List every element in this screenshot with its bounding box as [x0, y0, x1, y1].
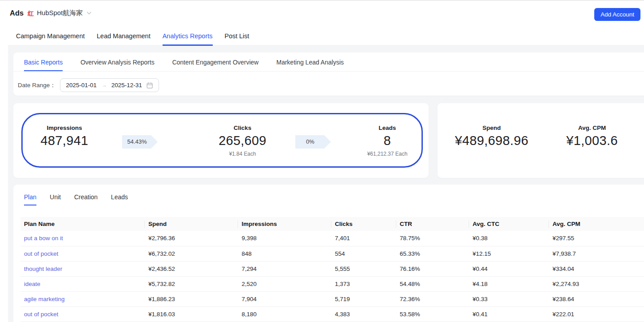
cell-avg-ctc: ¥0.41 — [469, 306, 549, 322]
conversion-rate-chip: 54.43% — [122, 135, 158, 149]
arrow-right-icon: → — [101, 82, 107, 89]
cell-impressions: 9,398 — [238, 231, 331, 246]
report-filters-card: Basic Reports Overview Analysis Reports … — [13, 52, 644, 96]
date-range-picker[interactable]: 2025-01-01 → 2025-12-31 — [60, 78, 159, 92]
cell-impressions: 7,904 — [238, 291, 331, 306]
table-tabs: Plan Unit Creation Leads — [24, 193, 644, 205]
chevron-down-icon — [87, 12, 91, 15]
cell-avg-cpm: ¥334.04 — [549, 261, 644, 276]
top-bar: Ads 红 HubSpot航海家 Add Account Campaign Ma… — [0, 1, 644, 45]
subtab-basic-reports[interactable]: Basic Reports — [24, 58, 63, 71]
red-platform-icon: 红 — [28, 9, 34, 17]
metric-label: Impressions — [27, 125, 102, 131]
cell-avg-ctc: ¥12.15 — [469, 246, 549, 261]
metric-label: Leads — [352, 125, 423, 131]
metric-value: ¥1,003.6 — [548, 133, 636, 148]
cell-avg-cpm: ¥222.01 — [549, 306, 644, 322]
plan-name-link[interactable]: out of pocket — [24, 250, 58, 257]
cell-spend: ¥2,796.36 — [145, 231, 238, 246]
plans-table-card: Plan Unit Creation Leads Plan Name Spend… — [13, 185, 644, 322]
cell-ctr: 72.36% — [396, 291, 469, 306]
table-tab-plan[interactable]: Plan — [24, 193, 36, 205]
content-area: Basic Reports Overview Analysis Reports … — [8, 45, 644, 322]
table-row: out of pocket ¥6,732.02 848 554 65.33% ¥… — [20, 246, 644, 261]
column-header-avg-cpm: Avg. CPM — [549, 217, 644, 231]
table-tab-unit[interactable]: Unit — [50, 193, 61, 205]
cell-avg-cpm: ¥238.64 — [549, 291, 644, 306]
tab-lead-management[interactable]: Lead Management — [97, 32, 151, 46]
metric-label: Spend — [447, 125, 536, 131]
table-header-row: Plan Name Spend Impressions Clicks CTR A… — [20, 217, 644, 231]
table-row: thought leader ¥2,436.52 7,294 5,555 76.… — [20, 261, 644, 276]
metric-value: 8 — [352, 133, 423, 148]
subtab-marketing-lead-analysis[interactable]: Marketing Lead Analysis — [276, 58, 344, 71]
plans-table: Plan Name Spend Impressions Clicks CTR A… — [20, 217, 644, 322]
column-header-spend: Spend — [145, 217, 238, 231]
metric-value: ¥489,698.96 — [447, 133, 536, 148]
main-tabs: Campaign Management Lead Management Anal… — [16, 32, 644, 46]
table-row: ideate ¥5,732.82 2,520 1,373 54.48% ¥4.1… — [20, 276, 644, 291]
summary-metrics-card: Spend ¥489,698.96 Avg. CPM ¥1,003.6 — [437, 103, 644, 178]
metric-clicks: Clicks 265,609 ¥1.84 Each — [205, 125, 280, 157]
account-name: HubSpot航海家 — [37, 9, 83, 17]
funnel-metrics-card: Impressions 487,941 54.43% Clicks 265,60… — [13, 103, 429, 178]
cell-impressions: 848 — [238, 246, 331, 261]
plan-name-link[interactable]: thought leader — [24, 266, 62, 272]
metric-value: 265,609 — [205, 133, 280, 148]
cell-clicks: 5,719 — [331, 291, 396, 306]
plan-name-link[interactable]: out of pocket — [24, 311, 58, 318]
table-tab-leads[interactable]: Leads — [111, 193, 128, 205]
metric-label: Avg. CPM — [548, 125, 636, 131]
cell-spend: ¥2,436.52 — [145, 261, 238, 276]
metric-value: 487,941 — [27, 133, 102, 148]
cell-clicks: 1,373 — [331, 276, 396, 291]
calendar-icon[interactable] — [147, 82, 153, 89]
metric-avg-cpm: Avg. CPM ¥1,003.6 — [548, 125, 636, 148]
plan-name-link[interactable]: agile marketing — [24, 296, 65, 302]
cell-clicks: 4,383 — [331, 306, 396, 322]
column-header-ctr: CTR — [396, 217, 469, 231]
end-date-value[interactable]: 2025-12-31 — [111, 82, 142, 89]
tab-analytics-reports[interactable]: Analytics Reports — [163, 32, 213, 46]
table-row: out of pocket ¥1,816.03 8,180 4,383 53.5… — [20, 306, 644, 322]
cell-impressions: 8,180 — [238, 306, 331, 322]
cell-avg-cpm: ¥7,938.7 — [549, 246, 644, 261]
cell-avg-ctc: ¥4.18 — [469, 276, 549, 291]
table-row: agile marketing ¥1,886.23 7,904 5,719 72… — [20, 291, 644, 306]
metric-label: Clicks — [205, 125, 280, 131]
table-row: put a bow on it ¥2,796.36 9,398 7,401 78… — [20, 231, 644, 246]
column-header-clicks: Clicks — [331, 217, 396, 231]
plan-name-link[interactable]: ideate — [24, 281, 40, 287]
date-range-label: Date Range： — [18, 81, 56, 89]
column-header-avg-ctc: Avg. CTC — [469, 217, 549, 231]
cell-avg-ctc: ¥0.38 — [469, 231, 549, 246]
cell-avg-cpm: ¥2,274.93 — [549, 276, 644, 291]
tab-campaign-management[interactable]: Campaign Management — [16, 32, 85, 46]
cell-avg-ctc: ¥0.44 — [469, 261, 549, 276]
conversion-rate-chip: 0% — [295, 135, 331, 149]
metric-leads: Leads 8 ¥61,212.37 Each — [352, 125, 423, 157]
subtab-content-engagement-overview[interactable]: Content Engagement Overview — [172, 58, 259, 71]
cell-avg-ctc: ¥0.33 — [469, 291, 549, 306]
cell-clicks: 554 — [331, 246, 396, 261]
tab-post-list[interactable]: Post List — [225, 32, 250, 46]
plan-name-link[interactable]: put a bow on it — [24, 235, 63, 242]
metric-sub: ¥1.84 Each — [205, 151, 280, 157]
cell-ctr: 78.75% — [396, 231, 469, 246]
account-switcher[interactable]: 红 HubSpot航海家 — [28, 9, 91, 17]
cell-ctr: 76.16% — [396, 261, 469, 276]
add-account-button[interactable]: Add Account — [594, 8, 640, 21]
table-tab-creation[interactable]: Creation — [74, 193, 98, 205]
cell-clicks: 7,401 — [331, 231, 396, 246]
metric-spend: Spend ¥489,698.96 — [447, 125, 536, 148]
cell-ctr: 53.58% — [396, 306, 469, 322]
page-title: Ads — [10, 9, 24, 17]
cell-ctr: 65.33% — [396, 246, 469, 261]
cell-impressions: 2,520 — [238, 276, 331, 291]
start-date-value[interactable]: 2025-01-01 — [66, 82, 97, 89]
cell-spend: ¥6,732.02 — [145, 246, 238, 261]
cell-spend: ¥5,732.82 — [145, 276, 238, 291]
cell-spend: ¥1,886.23 — [145, 291, 238, 306]
subtab-overview-analysis-reports[interactable]: Overview Analysis Reports — [80, 58, 155, 71]
column-header-plan-name: Plan Name — [20, 217, 145, 231]
